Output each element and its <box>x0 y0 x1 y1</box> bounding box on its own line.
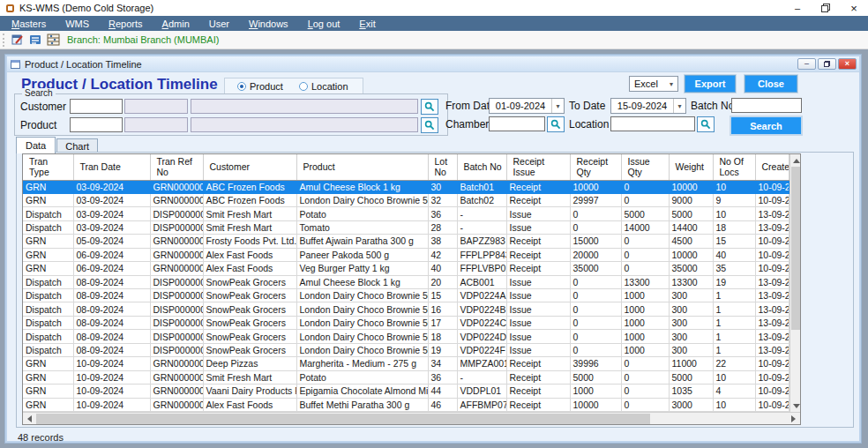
table-row[interactable]: GRN10-09-2024GRN00000007Alex Fast FoodsB… <box>23 398 789 412</box>
grid-cell[interactable]: London Dairy Choco Brownie 500 ml <box>296 343 428 356</box>
grid-cell[interactable]: Dispatch <box>23 316 73 329</box>
grid-cell[interactable]: SnowPeak Grocers <box>203 275 296 288</box>
grid-cell[interactable]: Dispatch <box>23 330 73 343</box>
grid-cell[interactable]: GRN00000005 <box>150 262 203 275</box>
menu-item-admin[interactable]: Admin <box>153 19 199 29</box>
grid-cell[interactable]: Buffet Ajwain Paratha 300 g <box>296 235 428 248</box>
grid-cell[interactable]: VDP0224C <box>457 316 506 329</box>
child-minimize-button[interactable]: – <box>797 58 816 70</box>
grid-cell[interactable]: 1000 <box>621 289 669 302</box>
grid-cell[interactable]: 13-09-20 <box>755 343 789 356</box>
grid-cell[interactable]: 14000 <box>621 220 669 234</box>
grid-cell[interactable]: GRN00000007 <box>150 398 203 412</box>
grid-cell[interactable]: ABC Frozen Foods <box>203 180 296 193</box>
grid-cell[interactable]: 10-09-2024 <box>73 398 150 412</box>
grid-cell[interactable]: 0 <box>570 302 621 316</box>
vertical-scrollbar[interactable] <box>789 154 801 412</box>
table-row[interactable]: Dispatch08-09-2024DISP00000005SnowPeak G… <box>23 289 789 302</box>
batch-no-input[interactable] <box>731 98 802 113</box>
grid-cell[interactable]: Smit Fresh Mart <box>203 207 296 220</box>
grid-column-header[interactable]: Product <box>296 154 428 180</box>
grid-cell[interactable]: 30 <box>428 180 457 193</box>
grid-cell[interactable]: 08-09-2024 <box>73 302 150 316</box>
location-search-button[interactable] <box>697 116 715 132</box>
grid-cell[interactable]: 36 <box>428 370 457 384</box>
grid-cell[interactable]: 4 <box>713 385 755 398</box>
grid-cell[interactable]: 06-09-2024 <box>73 248 150 261</box>
grid-cell[interactable]: 3000 <box>669 398 713 412</box>
grid-cell[interactable]: GRN <box>23 398 73 412</box>
grid-cell[interactable]: 10-09-20 <box>755 262 789 275</box>
grid-cell[interactable]: DISP00000004 <box>150 207 203 220</box>
grid-column-header[interactable]: Created <box>755 154 789 180</box>
grid-cell[interactable]: 10000 <box>669 248 713 261</box>
grid-cell[interactable]: 13-09-20 <box>755 316 789 329</box>
grid-cell[interactable]: 5000 <box>570 370 621 384</box>
grid-cell[interactable]: 9000 <box>669 193 713 206</box>
grid-cell[interactable]: 0 <box>570 275 621 288</box>
grid-cell[interactable]: 10 <box>713 398 755 412</box>
grid-cell[interactable]: 19 <box>713 275 755 288</box>
grid-cell[interactable]: 03-09-2024 <box>73 220 150 234</box>
grid-cell[interactable]: MMPZA001 <box>457 357 506 370</box>
location-input[interactable] <box>610 116 695 131</box>
grid-cell[interactable]: Smit Fresh Mart <box>203 370 296 384</box>
child-restore-button[interactable] <box>818 58 836 70</box>
grid-cell[interactable]: 10-09-2024 <box>73 385 150 398</box>
grid-cell[interactable]: 13300 <box>669 275 713 288</box>
child-close-button[interactable]: × <box>838 58 857 70</box>
search-button[interactable]: Search <box>730 116 802 135</box>
grid-cell[interactable]: 10000 <box>570 398 621 412</box>
grid-cell[interactable]: VDP0224F <box>457 343 506 356</box>
grid-cell[interactable]: 35000 <box>669 262 713 275</box>
grid-cell[interactable]: 0 <box>570 207 621 220</box>
grid-cell[interactable]: GRN <box>23 180 73 193</box>
grid-cell[interactable]: DISP00000005 <box>150 330 203 343</box>
grid-cell[interactable]: London Dairy Choco Brownie 500 ml <box>296 289 428 302</box>
grid-cell[interactable]: 13-09-20 <box>755 220 789 234</box>
grid-cell[interactable]: 08-09-2024 <box>73 289 150 302</box>
grid-cell[interactable]: Dispatch <box>23 289 73 302</box>
grid-cell[interactable]: 38 <box>428 235 457 248</box>
grid-cell[interactable]: 0 <box>621 248 669 261</box>
table-row[interactable]: Dispatch03-09-2024DISP00000004Smit Fresh… <box>23 207 789 220</box>
grid-cell[interactable]: 08-09-2024 <box>73 275 150 288</box>
menu-item-windows[interactable]: Windows <box>239 19 298 29</box>
grid-cell[interactable]: DISP00000004 <box>150 220 203 234</box>
customer-code-input[interactable] <box>70 99 123 114</box>
grid-cell[interactable]: 10-09-20 <box>755 370 789 384</box>
grid-cell[interactable]: Receipt <box>506 398 570 412</box>
grid-cell[interactable]: 0 <box>621 357 669 370</box>
grid-cell[interactable]: 10000 <box>570 180 621 193</box>
grid-cell[interactable]: 40 <box>713 248 755 261</box>
grid-cell[interactable]: 17 <box>428 316 457 329</box>
grid-cell[interactable]: 9 <box>713 193 755 206</box>
grid-cell[interactable]: AFFBMP07 <box>457 398 506 412</box>
grid-cell[interactable]: 1000 <box>621 330 669 343</box>
grid-cell[interactable]: Buffet Methi Paratha 300 g <box>296 398 428 412</box>
grid-cell[interactable]: 32 <box>428 193 457 206</box>
grid-column-header[interactable]: Issue Qty <box>621 154 669 180</box>
grid-cell[interactable]: GRN <box>23 235 73 248</box>
export-format-select[interactable]: Excel ▾ <box>629 76 678 92</box>
scroll-up-icon[interactable] <box>790 154 801 167</box>
grid-cell[interactable]: Issue <box>506 316 570 329</box>
grid-cell[interactable]: FFPLVBP01 <box>457 262 506 275</box>
grid-cell[interactable]: 1 <box>713 289 755 302</box>
grid-cell[interactable]: DISP00000005 <box>150 343 203 356</box>
grid-cell[interactable]: GRN00000005 <box>150 248 203 261</box>
grid-cell[interactable]: Paneer Pakoda 500 g <box>296 248 428 261</box>
scroll-left-icon[interactable] <box>23 413 36 425</box>
grid-cell[interactable]: 36 <box>428 207 457 220</box>
grid-cell[interactable]: Vaani Dairy Products Pvt. Ltd. <box>203 385 296 398</box>
grid-cell[interactable]: DISP00000005 <box>150 316 203 329</box>
grid-cell[interactable]: 15 <box>428 289 457 302</box>
customer-search-button[interactable] <box>421 99 438 115</box>
grid-cell[interactable]: FFPLPP843 <box>457 248 506 261</box>
grid-cell[interactable]: Issue <box>506 275 570 288</box>
grid-cell[interactable]: Alex Fast Foods <box>203 398 296 412</box>
customer-name-field[interactable] <box>191 99 418 114</box>
grid-cell[interactable]: GRN00000006 <box>150 385 203 398</box>
grid-cell[interactable]: 10-09-20 <box>755 235 789 248</box>
grid-cell[interactable]: Receipt <box>506 248 570 261</box>
